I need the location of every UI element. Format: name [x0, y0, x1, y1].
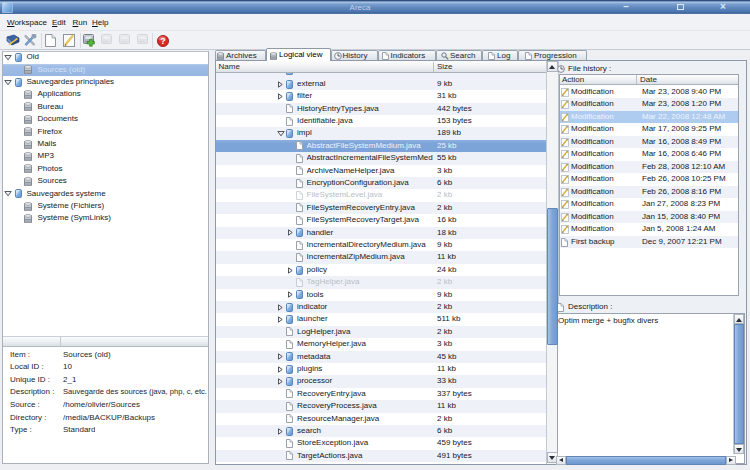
- svg-text:?: ?: [160, 36, 166, 46]
